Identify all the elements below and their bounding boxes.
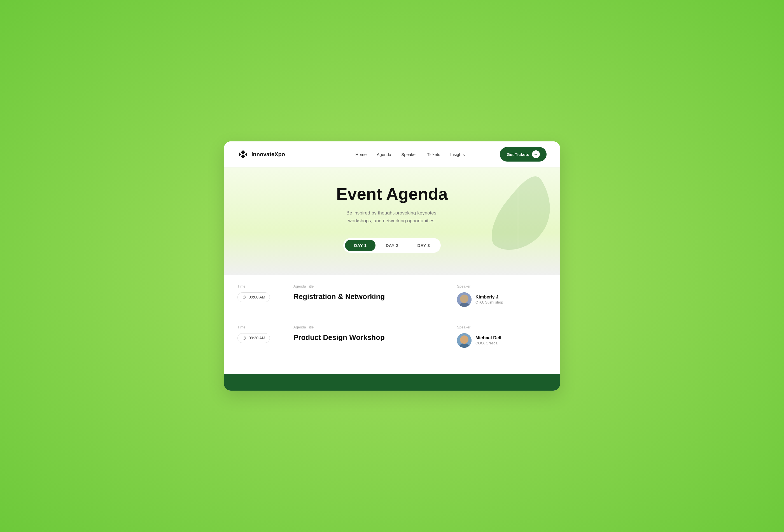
agenda-item-2: Time ⏱ 09:30 AM Agenda Title Product Des…	[237, 316, 547, 357]
logo-icon	[237, 149, 249, 160]
nav-insights[interactable]: Insights	[450, 152, 465, 157]
content-area: Time ⏱ 09:00 AM Agenda Title Registratio…	[224, 275, 560, 374]
speaker-info-1: Kimberly J. CTO, Sushi shop	[475, 295, 503, 304]
speaker-label-1: Speaker	[457, 284, 547, 288]
speaker-role-2: COO, Gresca	[475, 341, 501, 345]
clock-icon-2: ⏱	[242, 336, 246, 340]
logo-area: InnovateXpo	[237, 149, 285, 160]
get-tickets-button[interactable]: Get Tickets →	[500, 147, 547, 162]
page-title: Event Agenda	[237, 184, 547, 203]
speaker-area-2: Michael Dell COO, Gresca	[457, 333, 547, 348]
agenda-title-label-2: Agenda Title	[293, 325, 457, 329]
day-3-tab[interactable]: DAY 3	[409, 240, 439, 251]
speaker-area-1: Kimberly J. CTO, Sushi shop	[457, 292, 547, 307]
nav-home[interactable]: Home	[355, 152, 366, 157]
clock-icon-1: ⏱	[242, 295, 246, 300]
time-col-2: Time ⏱ 09:30 AM	[237, 325, 293, 343]
nav-speaker[interactable]: Speaker	[401, 152, 417, 157]
nav-tickets[interactable]: Tickets	[427, 152, 440, 157]
time-value-2: 09:30 AM	[249, 336, 265, 340]
app-window: InnovateXpo Home Agenda Speaker Tickets …	[224, 141, 560, 390]
brand-name: InnovateXpo	[251, 151, 285, 158]
agenda-item-1: Time ⏱ 09:00 AM Agenda Title Registratio…	[237, 275, 547, 316]
green-bottom-bar	[224, 374, 560, 391]
time-label-2: Time	[237, 325, 293, 329]
hero-subtitle: Be inspired by thought-provoking keynote…	[336, 209, 448, 224]
time-label-1: Time	[237, 284, 293, 288]
svg-point-4	[461, 336, 467, 342]
speaker-avatar-1	[457, 292, 472, 307]
speaker-role-1: CTO, Sushi shop	[475, 300, 503, 304]
speaker-name-2: Michael Dell	[475, 335, 501, 340]
day-2-tab[interactable]: DAY 2	[376, 240, 407, 251]
time-badge-2: ⏱ 09:30 AM	[237, 333, 270, 343]
agenda-title-2: Product Design Workshop	[293, 333, 457, 342]
navbar: InnovateXpo Home Agenda Speaker Tickets …	[224, 141, 560, 167]
hero-section: Event Agenda Be inspired by thought-prov…	[224, 167, 560, 275]
nav-agenda[interactable]: Agenda	[376, 152, 391, 157]
title-col-1: Agenda Title Registration & Networking	[293, 284, 457, 301]
day-1-tab[interactable]: DAY 1	[345, 240, 375, 251]
speaker-col-2: Speaker Michael Dell COO, Gresca	[457, 325, 547, 348]
time-col-1: Time ⏱ 09:00 AM	[237, 284, 293, 302]
day-tabs-container: DAY 1 DAY 2 DAY 3	[343, 238, 441, 253]
get-tickets-label: Get Tickets	[506, 152, 529, 157]
agenda-title-label-1: Agenda Title	[293, 284, 457, 288]
speaker-avatar-2	[457, 333, 472, 348]
time-value-1: 09:00 AM	[249, 295, 265, 299]
arrow-icon: →	[532, 150, 540, 158]
nav-links: Home Agenda Speaker Tickets Insights	[355, 152, 465, 157]
agenda-title-1: Registration & Networking	[293, 292, 457, 301]
svg-point-1	[461, 295, 467, 301]
time-badge-1: ⏱ 09:00 AM	[237, 292, 270, 302]
speaker-name-1: Kimberly J.	[475, 295, 503, 300]
speaker-label-2: Speaker	[457, 325, 547, 329]
speaker-info-2: Michael Dell COO, Gresca	[475, 335, 501, 345]
speaker-col-1: Speaker Kimberly J. CTO, Sushi shop	[457, 284, 547, 307]
title-col-2: Agenda Title Product Design Workshop	[293, 325, 457, 342]
